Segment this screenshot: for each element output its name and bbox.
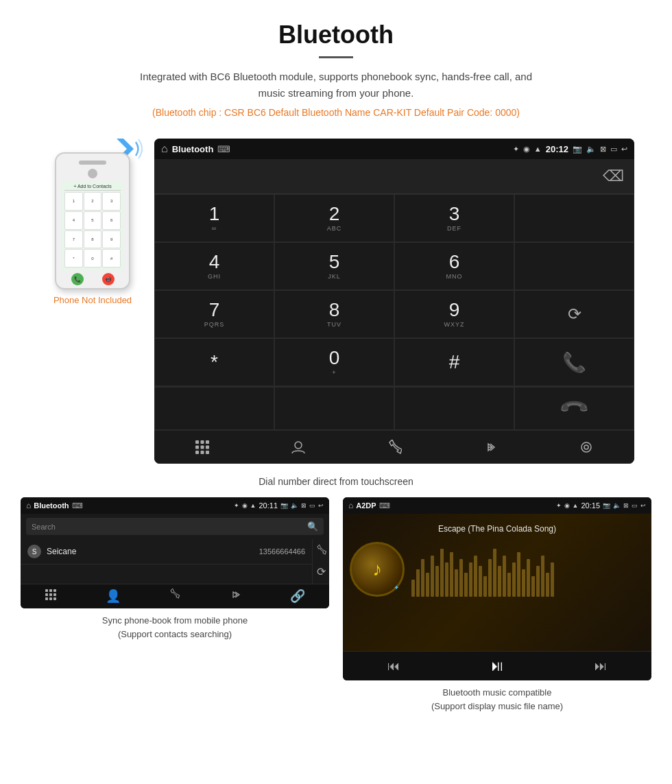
play-pause-btn[interactable]: ⏯ xyxy=(490,657,505,675)
toolbar-settings-btn[interactable] xyxy=(538,436,634,458)
pb-tb-settings[interactable]: 🔗 xyxy=(290,589,305,604)
page-header: Bluetooth Integrated with BC6 Bluetooth … xyxy=(0,0,672,132)
music-album-area: ♪ ✦ xyxy=(350,542,645,597)
toolbar-call-btn[interactable] xyxy=(346,436,442,458)
call-button[interactable]: 📞 xyxy=(514,338,634,386)
music-app-name: A2DP xyxy=(356,501,376,510)
eq-bar xyxy=(474,556,477,597)
key-star[interactable]: * xyxy=(154,338,274,386)
pb-tb-bluetooth[interactable] xyxy=(229,589,241,604)
eq-bar xyxy=(411,580,415,597)
toolbar-dialpad-btn[interactable] xyxy=(154,436,250,458)
phone-screen: + Add to Contacts 1 2 3 4 5 6 7 8 9 * 0 … xyxy=(62,181,123,270)
prev-btn[interactable]: ⏮ xyxy=(387,659,400,674)
empty-4 xyxy=(274,387,394,430)
key-5[interactable]: 5 JKL xyxy=(274,242,394,290)
music-item: ⌂ A2DP ⌨ ✦ ◉ ▲ 20:15 📷 🔈 ⊠ ▭ ↩ xyxy=(343,497,651,713)
key-0[interactable]: 0 + xyxy=(274,338,394,386)
dial-caption: Dial number direct from touchscreen xyxy=(0,476,672,487)
pb-contact-number: 13566664466 xyxy=(259,547,305,556)
pb-phone-icon[interactable] xyxy=(315,545,326,558)
music-song-title: Escape (The Pina Colada Song) xyxy=(438,524,556,534)
next-btn[interactable]: ⏭ xyxy=(595,659,607,674)
eq-bar xyxy=(431,556,434,597)
eq-bar xyxy=(426,573,429,597)
pb-app-name: Bluetooth xyxy=(34,501,69,510)
stop-icon: ⊠ xyxy=(600,145,606,154)
pb-search-bar[interactable]: Search 🔍 xyxy=(26,518,324,535)
volume-icon: 🔈 xyxy=(586,145,596,154)
key-6[interactable]: 6 MNO xyxy=(394,242,514,290)
eq-bar xyxy=(503,556,506,597)
bt-badge-icon: ✦ xyxy=(394,584,399,591)
music-equalizer xyxy=(411,542,645,597)
phonebook-caption: Sync phone-book from mobile phone (Suppo… xyxy=(102,614,248,641)
pb-reload-icon[interactable]: ⟳ xyxy=(317,565,326,578)
phonebook-item: ⌂ Bluetooth ⌨ ✦ ◉ ▲ 20:11 📷 🔈 ⊠ ▭ ↩ xyxy=(21,497,329,713)
end-call-button[interactable]: 📞 xyxy=(514,387,634,430)
key-reload[interactable]: ⟳ xyxy=(514,290,634,338)
backspace-btn[interactable]: ⌫ xyxy=(603,167,624,185)
pb-cam-icon: 📷 xyxy=(280,502,288,509)
svg-rect-3 xyxy=(195,446,199,449)
phone-bottom-bar: 📞 📵 xyxy=(56,270,129,285)
pb-main-area: S Seicane 13566664466 ⟳ xyxy=(21,539,329,584)
phone-key-6: 6 xyxy=(102,211,121,230)
eq-bar xyxy=(483,576,487,597)
bottom-section: ⌂ Bluetooth ⌨ ✦ ◉ ▲ 20:11 📷 🔈 ⊠ ▭ ↩ xyxy=(0,497,672,726)
music-wifi-icon: ▲ xyxy=(573,502,579,509)
toolbar-contacts-btn[interactable] xyxy=(250,436,346,458)
svg-rect-0 xyxy=(195,440,199,444)
phone-not-included-label: Phone Not Included xyxy=(53,295,132,305)
music-status-bar: ⌂ A2DP ⌨ ✦ ◉ ▲ 20:15 📷 🔈 ⊠ ▭ ↩ xyxy=(343,497,651,514)
phone-key-5: 5 xyxy=(84,211,102,230)
svg-rect-8 xyxy=(206,451,209,454)
music-time: 20:15 xyxy=(581,501,600,510)
phone-home-btn xyxy=(86,289,99,289)
music-bt-icon: ✦ xyxy=(556,502,562,509)
eq-bar xyxy=(488,559,492,597)
pb-tb-dialpad[interactable] xyxy=(45,589,57,604)
key-8[interactable]: 8 TUV xyxy=(274,290,394,338)
music-usb-icon: ⌨ xyxy=(379,501,390,510)
home-icon: ⌂ xyxy=(161,143,168,155)
subtitle: Integrated with BC6 Bluetooth module, su… xyxy=(130,69,542,102)
svg-point-9 xyxy=(295,442,302,449)
phone-key-4: 4 xyxy=(64,211,83,230)
pb-contacts-list: S Seicane 13566664466 xyxy=(21,539,312,584)
key-hash[interactable]: # xyxy=(394,338,514,386)
pb-tb-phone[interactable] xyxy=(169,589,181,604)
key-1[interactable]: 1 ∞ xyxy=(154,194,274,242)
eq-bar xyxy=(507,573,511,597)
pb-usb-icon: ⌨ xyxy=(72,501,83,510)
phone-speaker xyxy=(79,161,106,165)
svg-point-10 xyxy=(581,442,591,452)
eq-bar xyxy=(522,569,525,597)
key-2[interactable]: 2 ABC xyxy=(274,194,394,242)
key-9[interactable]: 9 WXYZ xyxy=(394,290,514,338)
phone-key-3: 3 xyxy=(102,192,121,211)
eq-bar xyxy=(551,562,554,597)
svg-rect-5 xyxy=(206,446,209,449)
key-4[interactable]: 4 GHI xyxy=(154,242,274,290)
eq-bar xyxy=(455,569,458,597)
phone-key-0: 0 xyxy=(84,249,102,268)
music-home-icon: ⌂ xyxy=(348,501,353,510)
status-time: 20:12 xyxy=(546,144,568,154)
key-3[interactable]: 3 DEF xyxy=(394,194,514,242)
phone-container: + Add to Contacts 1 2 3 4 5 6 7 8 9 * 0 … xyxy=(38,139,147,305)
dial-display: ⌫ xyxy=(154,159,634,193)
key-7[interactable]: 7 PQRS xyxy=(154,290,274,338)
svg-rect-2 xyxy=(206,440,209,444)
pb-contact-row[interactable]: S Seicane 13566664466 xyxy=(21,539,312,565)
usb-icon: ⌨ xyxy=(217,144,230,154)
music-content: Escape (The Pina Colada Song) ♪ ✦ xyxy=(343,514,651,651)
toolbar-bluetooth-btn[interactable] xyxy=(442,436,538,458)
pb-right-icons: ⟳ xyxy=(312,539,329,584)
pb-tb-person[interactable]: 👤 xyxy=(106,589,121,604)
svg-rect-14 xyxy=(53,589,56,592)
pb-home-icon: ⌂ xyxy=(26,501,31,510)
eq-bar xyxy=(421,559,424,597)
svg-point-11 xyxy=(584,445,588,449)
phone-key-hash: # xyxy=(102,249,121,268)
